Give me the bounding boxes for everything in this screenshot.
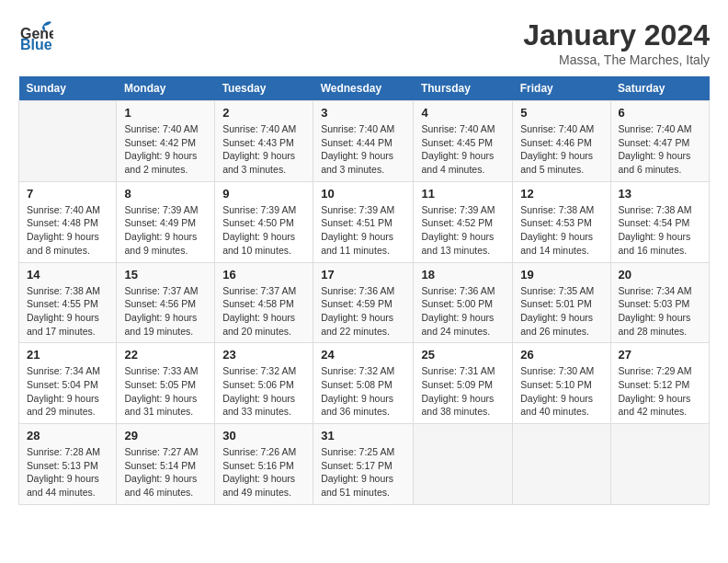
day-number: 28 <box>27 429 108 442</box>
day-number: 24 <box>321 348 405 362</box>
logo: General Blue <box>18 18 53 53</box>
calendar-cell: 26Sunrise: 7:30 AMSunset: 5:10 PMDayligh… <box>513 343 610 424</box>
svg-text:Blue: Blue <box>20 37 52 52</box>
day-number: 14 <box>27 268 108 282</box>
day-number: 3 <box>321 106 405 120</box>
day-info: Sunrise: 7:39 AMSunset: 4:50 PMDaylight:… <box>222 203 305 258</box>
day-info: Sunrise: 7:32 AMSunset: 5:08 PMDaylight:… <box>321 364 405 419</box>
calendar-week-row: 14Sunrise: 7:38 AMSunset: 4:55 PMDayligh… <box>19 262 710 343</box>
day-number: 6 <box>619 106 702 120</box>
location-title: Massa, The Marches, Italy <box>523 52 710 67</box>
calendar-cell: 4Sunrise: 7:40 AMSunset: 4:45 PMDaylight… <box>414 101 513 182</box>
calendar-cell <box>610 424 710 505</box>
day-number: 29 <box>124 429 207 442</box>
month-title: January 2024 <box>523 18 710 52</box>
day-info: Sunrise: 7:38 AMSunset: 4:54 PMDaylight:… <box>619 203 702 258</box>
day-number: 4 <box>421 106 505 120</box>
day-number: 9 <box>222 187 305 201</box>
calendar-cell: 5Sunrise: 7:40 AMSunset: 4:46 PMDaylight… <box>513 101 610 182</box>
weekday-header-monday: Monday <box>117 76 215 101</box>
day-info: Sunrise: 7:25 AMSunset: 5:17 PMDaylight:… <box>321 445 405 500</box>
calendar-cell: 18Sunrise: 7:36 AMSunset: 5:00 PMDayligh… <box>414 262 513 343</box>
calendar-cell: 9Sunrise: 7:39 AMSunset: 4:50 PMDaylight… <box>215 181 313 262</box>
day-number: 5 <box>520 106 602 120</box>
day-number: 20 <box>619 268 702 282</box>
day-info: Sunrise: 7:33 AMSunset: 5:05 PMDaylight:… <box>124 364 207 419</box>
weekday-header-friday: Friday <box>513 76 610 101</box>
day-info: Sunrise: 7:39 AMSunset: 4:49 PMDaylight:… <box>124 203 207 258</box>
calendar-cell: 7Sunrise: 7:40 AMSunset: 4:48 PMDaylight… <box>19 181 117 262</box>
day-number: 8 <box>124 187 207 201</box>
day-info: Sunrise: 7:35 AMSunset: 5:01 PMDaylight:… <box>520 284 602 339</box>
calendar-week-row: 7Sunrise: 7:40 AMSunset: 4:48 PMDaylight… <box>19 181 710 262</box>
calendar-header: SundayMondayTuesdayWednesdayThursdayFrid… <box>19 76 710 101</box>
day-number: 12 <box>520 187 602 201</box>
day-info: Sunrise: 7:38 AMSunset: 4:55 PMDaylight:… <box>27 284 108 339</box>
day-number: 2 <box>222 106 305 120</box>
day-number: 19 <box>520 268 602 282</box>
weekday-header-row: SundayMondayTuesdayWednesdayThursdayFrid… <box>19 76 710 101</box>
calendar-cell: 2Sunrise: 7:40 AMSunset: 4:43 PMDaylight… <box>215 101 313 182</box>
calendar-cell: 11Sunrise: 7:39 AMSunset: 4:52 PMDayligh… <box>414 181 513 262</box>
day-info: Sunrise: 7:36 AMSunset: 5:00 PMDaylight:… <box>421 284 505 339</box>
calendar-cell: 19Sunrise: 7:35 AMSunset: 5:01 PMDayligh… <box>513 262 610 343</box>
day-number: 22 <box>124 348 207 362</box>
calendar-cell: 8Sunrise: 7:39 AMSunset: 4:49 PMDaylight… <box>117 181 215 262</box>
calendar-cell: 12Sunrise: 7:38 AMSunset: 4:53 PMDayligh… <box>513 181 610 262</box>
calendar-cell: 29Sunrise: 7:27 AMSunset: 5:14 PMDayligh… <box>117 424 215 505</box>
logo-icon: General Blue <box>18 18 53 53</box>
calendar-cell: 24Sunrise: 7:32 AMSunset: 5:08 PMDayligh… <box>313 343 414 424</box>
calendar-cell: 30Sunrise: 7:26 AMSunset: 5:16 PMDayligh… <box>215 424 313 505</box>
calendar-cell: 3Sunrise: 7:40 AMSunset: 4:44 PMDaylight… <box>313 101 414 182</box>
day-number: 10 <box>321 187 405 201</box>
weekday-header-thursday: Thursday <box>414 76 513 101</box>
day-info: Sunrise: 7:31 AMSunset: 5:09 PMDaylight:… <box>421 364 505 419</box>
calendar-table: SundayMondayTuesdayWednesdayThursdayFrid… <box>18 76 710 505</box>
calendar-cell: 15Sunrise: 7:37 AMSunset: 4:56 PMDayligh… <box>117 262 215 343</box>
day-info: Sunrise: 7:28 AMSunset: 5:13 PMDaylight:… <box>27 445 108 500</box>
day-info: Sunrise: 7:40 AMSunset: 4:47 PMDaylight:… <box>619 122 702 177</box>
day-number: 23 <box>222 348 305 362</box>
day-info: Sunrise: 7:34 AMSunset: 5:03 PMDaylight:… <box>619 284 702 339</box>
calendar-cell: 27Sunrise: 7:29 AMSunset: 5:12 PMDayligh… <box>610 343 710 424</box>
calendar-cell: 17Sunrise: 7:36 AMSunset: 4:59 PMDayligh… <box>313 262 414 343</box>
calendar-cell <box>513 424 610 505</box>
calendar-cell <box>414 424 513 505</box>
day-info: Sunrise: 7:37 AMSunset: 4:58 PMDaylight:… <box>222 284 305 339</box>
day-info: Sunrise: 7:40 AMSunset: 4:45 PMDaylight:… <box>421 122 505 177</box>
day-number: 16 <box>222 268 305 282</box>
calendar-cell: 22Sunrise: 7:33 AMSunset: 5:05 PMDayligh… <box>117 343 215 424</box>
calendar-week-row: 1Sunrise: 7:40 AMSunset: 4:42 PMDaylight… <box>19 101 710 182</box>
day-info: Sunrise: 7:36 AMSunset: 4:59 PMDaylight:… <box>321 284 405 339</box>
calendar-cell: 1Sunrise: 7:40 AMSunset: 4:42 PMDaylight… <box>117 101 215 182</box>
day-info: Sunrise: 7:29 AMSunset: 5:12 PMDaylight:… <box>619 364 702 419</box>
day-info: Sunrise: 7:32 AMSunset: 5:06 PMDaylight:… <box>222 364 305 419</box>
day-info: Sunrise: 7:38 AMSunset: 4:53 PMDaylight:… <box>520 203 602 258</box>
calendar-cell <box>19 101 117 182</box>
day-info: Sunrise: 7:40 AMSunset: 4:48 PMDaylight:… <box>27 203 108 258</box>
calendar-cell: 13Sunrise: 7:38 AMSunset: 4:54 PMDayligh… <box>610 181 710 262</box>
day-number: 31 <box>321 429 405 442</box>
calendar-week-row: 28Sunrise: 7:28 AMSunset: 5:13 PMDayligh… <box>19 424 710 505</box>
weekday-header-wednesday: Wednesday <box>313 76 414 101</box>
calendar-cell: 20Sunrise: 7:34 AMSunset: 5:03 PMDayligh… <box>610 262 710 343</box>
page-header: General Blue January 2024 Massa, The Mar… <box>18 18 710 67</box>
weekday-header-sunday: Sunday <box>19 76 117 101</box>
calendar-cell: 23Sunrise: 7:32 AMSunset: 5:06 PMDayligh… <box>215 343 313 424</box>
day-info: Sunrise: 7:27 AMSunset: 5:14 PMDaylight:… <box>124 445 207 500</box>
day-number: 18 <box>421 268 505 282</box>
day-number: 7 <box>27 187 108 201</box>
day-number: 13 <box>619 187 702 201</box>
day-number: 27 <box>619 348 702 362</box>
day-number: 21 <box>27 348 108 362</box>
day-info: Sunrise: 7:30 AMSunset: 5:10 PMDaylight:… <box>520 364 602 419</box>
calendar-cell: 21Sunrise: 7:34 AMSunset: 5:04 PMDayligh… <box>19 343 117 424</box>
title-block: January 2024 Massa, The Marches, Italy <box>523 18 710 67</box>
calendar-body: 1Sunrise: 7:40 AMSunset: 4:42 PMDaylight… <box>19 101 710 505</box>
day-info: Sunrise: 7:39 AMSunset: 4:51 PMDaylight:… <box>321 203 405 258</box>
day-info: Sunrise: 7:40 AMSunset: 4:44 PMDaylight:… <box>321 122 405 177</box>
day-info: Sunrise: 7:39 AMSunset: 4:52 PMDaylight:… <box>421 203 505 258</box>
day-number: 26 <box>520 348 602 362</box>
calendar-cell: 6Sunrise: 7:40 AMSunset: 4:47 PMDaylight… <box>610 101 710 182</box>
day-info: Sunrise: 7:40 AMSunset: 4:42 PMDaylight:… <box>124 122 207 177</box>
